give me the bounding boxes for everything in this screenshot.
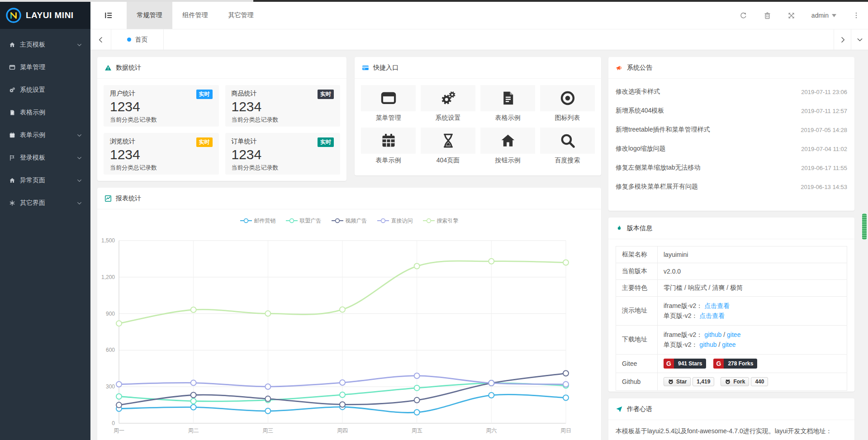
announcement-date: 2019-07-05 14:28 — [801, 127, 847, 133]
announcement-text: 修改logo缩放问题 — [616, 145, 665, 153]
sidebar-item-0[interactable]: 主页模板 — [0, 33, 90, 56]
sidebar-item-5[interactable]: 登录模板 — [0, 147, 90, 169]
sidebar-item-1[interactable]: 菜单管理 — [0, 56, 90, 79]
expand-icon[interactable] — [787, 12, 795, 19]
user-menu[interactable]: admin — [811, 12, 836, 19]
author-card: 作者心语 本模板基于layui2.5.4以及font-awesome-4.7.0… — [608, 398, 854, 440]
refresh-icon[interactable] — [740, 12, 747, 19]
svg-text:周四: 周四 — [337, 427, 348, 434]
tab-operations-button[interactable] — [851, 29, 868, 50]
sidebar-item-6[interactable]: 异常页面 — [0, 169, 90, 192]
svg-text:0: 0 — [112, 420, 115, 426]
quick-entry-4[interactable]: 表单示例 — [361, 128, 416, 165]
github-count[interactable]: 1,419 — [693, 377, 714, 386]
quick-entry-0[interactable]: 菜单管理 — [361, 85, 416, 122]
quick-entry-label: 菜单管理 — [361, 114, 416, 122]
github-star-button[interactable]: Star — [664, 377, 691, 386]
stat-caption: 当前分类总记录数 — [232, 116, 334, 124]
version-link[interactable]: 点击查看 — [704, 302, 730, 309]
announcement-row-0[interactable]: 修改选项卡样式 2019-07-11 23:06 — [616, 82, 847, 101]
tab-scroll-right-button[interactable] — [834, 29, 851, 50]
legend-item-0[interactable]: 邮件营销 — [240, 217, 276, 225]
sidebar-item-4[interactable]: 表单示例 — [0, 124, 90, 147]
version-link[interactable]: gitee — [722, 341, 735, 348]
gitee-badge[interactable]: G 278 Forks — [713, 359, 757, 369]
sidebar-item-3[interactable]: 表格示例 — [0, 101, 90, 124]
version-value: 零门槛 / 响应式 / 清爽 / 极简 — [664, 284, 743, 291]
sidebar-item-label: 表格示例 — [20, 109, 82, 117]
announcement-text: 修复左侧菜单缩放tab无法移动 — [616, 164, 700, 172]
github-count[interactable]: 440 — [751, 377, 768, 386]
realtime-badge: 实时 — [318, 137, 334, 147]
version-info-card: 版本信息 框架名称 layuimini 当前版本 v2.0.0 主要特色 零门槛… — [608, 218, 854, 392]
quick-entry-3[interactable]: 图标列表 — [540, 85, 595, 122]
more-dots-icon[interactable] — [853, 12, 860, 19]
quick-entry-1[interactable]: 系统设置 — [421, 85, 475, 122]
legend-item-4[interactable]: 搜索引擎 — [423, 217, 459, 225]
legend-item-3[interactable]: 直接访问 — [377, 217, 413, 225]
stats-grid: 用户统计 1234 当前分类总记录数 实时 商品统计 1234 当前分类总记录数… — [97, 79, 346, 181]
svg-text:周六: 周六 — [486, 427, 497, 434]
top-nav-tab-2[interactable]: 其它管理 — [218, 2, 264, 29]
announcement-row-3[interactable]: 修改logo缩放问题 2019-07-04 11:02 — [616, 139, 847, 158]
announcement-row-4[interactable]: 修复左侧菜单缩放tab无法移动 2019-06-17 11:55 — [616, 158, 847, 177]
announcement-row-5[interactable]: 修复多模块菜单栏展开有问题 2019-06-13 14:53 — [616, 177, 847, 196]
version-row-label: 当前版本 — [616, 263, 658, 280]
stat-box-0: 用户统计 1234 当前分类总记录数 实时 — [104, 85, 219, 127]
top-nav-tab-0[interactable]: 常规管理 — [127, 2, 172, 29]
octocat-icon — [668, 378, 674, 385]
gitee-icon: G — [664, 359, 674, 369]
active-tab-dot — [127, 38, 131, 42]
tab-home[interactable]: 首页 — [111, 29, 164, 50]
quick-entry-label: 表单示例 — [361, 156, 416, 165]
sidebar-item-label: 菜单管理 — [20, 63, 82, 71]
page-scrollbar-thumb[interactable] — [862, 213, 867, 240]
author-body: 本模板基于layui2.5.4以及font-awesome-4.7.0进行实现。… — [608, 420, 854, 440]
quick-entry-5[interactable]: 404页面 — [421, 128, 475, 165]
announcement-date: 2019-07-04 11:02 — [801, 146, 847, 152]
announcement-date: 2019-06-13 14:53 — [801, 184, 847, 190]
version-row-0: 框架名称 layuimini — [616, 246, 847, 263]
announcement-date: 2019-07-11 12:57 — [801, 108, 847, 114]
svg-text:周一: 周一 — [114, 427, 124, 434]
header-actions: admin — [740, 2, 868, 29]
version-link[interactable]: 点击查看 — [699, 312, 725, 319]
realtime-badge: 实时 — [196, 137, 213, 147]
chevron-down-icon — [76, 178, 82, 184]
sidebar-item-label: 表单示例 — [20, 131, 76, 139]
legend-item-1[interactable]: 联盟广告 — [286, 217, 322, 225]
chart-legend: 邮件营销 联盟广告 视频广告 直接访问 — [97, 209, 601, 227]
announcements-list: 修改选项卡样式 2019-07-11 23:06 新增系统404模板 2019-… — [608, 79, 854, 196]
trash-icon[interactable] — [764, 12, 771, 19]
legend-item-2[interactable]: 视频广告 — [332, 217, 367, 225]
stat-caption: 当前分类总记录数 — [232, 164, 334, 172]
svg-text:周日: 周日 — [560, 427, 571, 434]
version-link[interactable]: gitee — [727, 331, 740, 338]
github-fork-button[interactable]: Fork — [721, 377, 749, 386]
legend-label: 搜索引擎 — [437, 217, 459, 225]
sidebar-fold-button[interactable] — [90, 2, 127, 29]
sidebar-item-2[interactable]: 系统设置 — [0, 79, 90, 101]
legend-marker — [377, 218, 389, 223]
sidebar-menu: 主页模板 菜单管理 系统设置 表格示例 表单示例 登录模板 异常页面 — [0, 29, 90, 214]
main-area: 常规管理组件管理其它管理 admin 首页 — [90, 2, 868, 440]
quick-entry-7[interactable]: 百度搜索 — [540, 128, 595, 165]
right-column: 系统公告 修改选项卡样式 2019-07-11 23:06 新增系统404模板 … — [608, 57, 854, 440]
version-link[interactable]: github — [704, 331, 721, 338]
announcement-row-2[interactable]: 新增treetable插件和菜单管理样式 2019-07-05 14:28 — [616, 120, 847, 139]
version-link[interactable]: github — [699, 341, 716, 348]
quick-entry-2[interactable]: 表格示例 — [480, 85, 535, 122]
announcement-row-1[interactable]: 新增系统404模板 2019-07-11 12:57 — [616, 101, 847, 120]
quick-entry-6[interactable]: 按钮示例 — [480, 128, 535, 165]
stat-box-1: 商品统计 1234 当前分类总记录数 实时 — [225, 85, 341, 127]
stat-value: 1234 — [110, 146, 213, 163]
sidebar-item-7[interactable]: 其它界面 — [0, 192, 90, 214]
sidebar-item-label: 系统设置 — [20, 86, 82, 94]
tab-scroll-left-button[interactable] — [90, 29, 111, 50]
bullhorn-icon — [616, 64, 623, 71]
left-column: 数据统计 用户统计 1234 当前分类总记录数 实时 商品统计 1234 当前分… — [97, 57, 601, 440]
gitee-badge[interactable]: G 941 Stars — [664, 359, 706, 369]
stat-box-2: 浏览统计 1234 当前分类总记录数 实时 — [104, 133, 219, 175]
top-nav-tab-1[interactable]: 组件管理 — [172, 2, 218, 29]
app-root: LAYUI MINI 主页模板 菜单管理 系统设置 表格示例 表单示例 登录模板 — [0, 0, 868, 440]
